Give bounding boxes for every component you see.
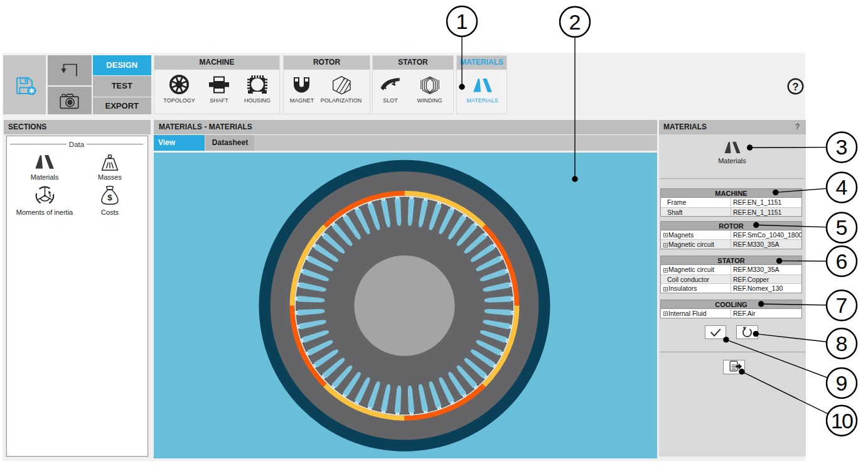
svg-text:1: 1 bbox=[456, 9, 468, 33]
svg-text:7: 7 bbox=[836, 293, 848, 317]
svg-text:5: 5 bbox=[836, 215, 848, 239]
svg-text:2: 2 bbox=[569, 10, 581, 34]
svg-text:10: 10 bbox=[831, 409, 853, 433]
svg-text:6: 6 bbox=[836, 249, 848, 273]
svg-text:9: 9 bbox=[836, 371, 848, 395]
svg-text:4: 4 bbox=[836, 175, 848, 199]
svg-text:3: 3 bbox=[836, 135, 848, 159]
svg-text:8: 8 bbox=[836, 332, 848, 355]
